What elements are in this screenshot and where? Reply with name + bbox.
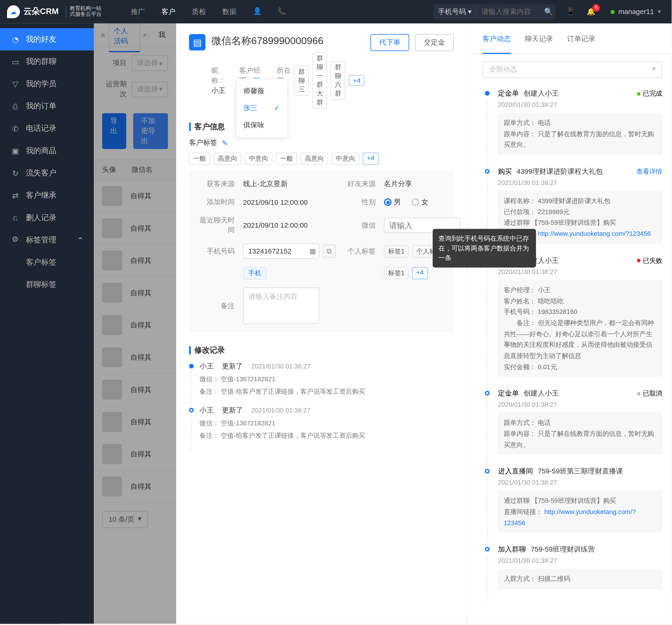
tag[interactable]: 中意向 bbox=[245, 152, 272, 165]
tag[interactable]: 高意向 bbox=[301, 152, 328, 165]
activity-filter-select[interactable]: 全部动态▾ bbox=[482, 61, 662, 78]
mgr-option[interactable]: 张三✓ bbox=[236, 99, 287, 116]
tag[interactable]: 高意向 bbox=[214, 152, 241, 165]
activity-tabs: 客户动态 聊天记录 订单记录 bbox=[473, 34, 672, 54]
panel-overlay[interactable] bbox=[94, 24, 176, 624]
activity-item: 定金单创建人小王已取消 2020/01/30 01:38:27 跟单方式： 电话… bbox=[485, 389, 662, 467]
activity-item: 报名单创建人小王已失败 2020/01/30 01:38:27 客户经理： 小王… bbox=[485, 256, 662, 389]
customer-tags: 一般 高意向 中意向 一般 高意向 中意向 +4 bbox=[189, 152, 454, 165]
gender-male[interactable]: 男 bbox=[384, 197, 401, 207]
bell-icon[interactable]: 🔔 bbox=[586, 8, 596, 16]
nav-promo[interactable]: 推广 bbox=[131, 7, 145, 17]
check-icon: ✓ bbox=[274, 104, 280, 112]
clock-icon: ◔ bbox=[10, 35, 20, 44]
mobile-icon[interactable]: 📱 bbox=[566, 8, 575, 16]
user-icon[interactable]: 👤 bbox=[253, 7, 261, 17]
top-nav: 推广 客户 质检 数据 👤 📞 bbox=[109, 7, 286, 17]
copy-icon[interactable]: ⧉ bbox=[323, 245, 336, 257]
box-icon: ▣ bbox=[10, 147, 20, 155]
detail-link[interactable]: 查看详情 bbox=[636, 167, 662, 176]
personal-tag-more[interactable]: +4 bbox=[412, 267, 428, 279]
side-lost[interactable]: ↻流失客户 bbox=[0, 162, 94, 184]
side-products[interactable]: ▣我的商品 bbox=[0, 140, 94, 162]
side-sub-group-tag[interactable]: 群聊标签 bbox=[0, 273, 94, 296]
manager-select[interactable]: 客户经理：张三 ▴ 师馨薇 张三✓ 俱保咏 bbox=[239, 66, 266, 95]
contact-icon: ▤ bbox=[189, 34, 205, 50]
source-value: 线上-北京昱新 bbox=[243, 179, 336, 189]
customer-title: 微信名称6789990000966 bbox=[211, 34, 365, 48]
activity-item: 定金单创建人小王已完成 2020/01/30 01:38:27 跟单方式： 电话… bbox=[485, 89, 662, 167]
chevron-up-icon: ⌃ bbox=[77, 235, 83, 244]
personal-tag[interactable]: 标签1 bbox=[384, 267, 409, 279]
group-tag[interactable]: 群聊六群 bbox=[331, 61, 345, 100]
activity-panel: 客户动态 聊天记录 订单记录 全部动态▾ 定金单创建人小王已完成 2020/01… bbox=[467, 24, 672, 624]
mgr-option[interactable]: 师馨薇 bbox=[236, 82, 287, 99]
side-groups[interactable]: ▭我的群聊 bbox=[0, 50, 94, 73]
tag[interactable]: 中意向 bbox=[332, 152, 359, 165]
deposit-button[interactable]: 交定金 bbox=[415, 34, 454, 51]
manager-dropdown: 师馨薇 张三✓ 俱保咏 bbox=[236, 78, 287, 138]
personal-tag[interactable]: 标签1 bbox=[384, 245, 409, 257]
tag[interactable]: 一般 bbox=[189, 152, 210, 165]
side-tags[interactable]: ⚙标签管理⌃ bbox=[0, 229, 94, 251]
filter-icon: ▽ bbox=[10, 79, 20, 89]
side-deleted[interactable]: ⎌删人记录 bbox=[0, 207, 94, 229]
activity-item: 加入群聊759-59班理财训练营 2021/01/30 01:38:27 入群方… bbox=[485, 545, 662, 601]
flow-icon: ↻ bbox=[10, 169, 20, 177]
activity-tab[interactable]: 客户动态 bbox=[482, 34, 511, 54]
nav-data[interactable]: 数据 bbox=[222, 7, 236, 17]
detail-panel: ▤ 微信名称6789990000966 昵称：小王 客户经理：张三 ▴ 师馨薇 … bbox=[176, 24, 467, 624]
timeline-dot-icon bbox=[485, 547, 489, 552]
timeline-dot-icon bbox=[189, 408, 194, 412]
side-friends[interactable]: ◔我的好友 bbox=[0, 28, 94, 51]
order-icon: ⎙ bbox=[10, 102, 20, 111]
group-tag[interactable]: 群聊一群大群 bbox=[313, 52, 327, 109]
group-tag[interactable]: 群聊三 bbox=[294, 66, 309, 95]
trash-icon: ⎌ bbox=[10, 214, 20, 222]
user-menu[interactable]: manager11 ▾ bbox=[600, 8, 672, 16]
memo-input[interactable]: 请输入备注内容 bbox=[243, 288, 319, 324]
order-button[interactable]: 代下单 bbox=[370, 34, 409, 51]
top-search: 手机号码 ▾ 🔍 bbox=[433, 4, 556, 19]
contacts-icon[interactable]: ▦ bbox=[309, 247, 316, 255]
side-sub-customer-tag[interactable]: 客户标签 bbox=[0, 251, 94, 274]
timeline-dot-icon bbox=[485, 391, 489, 396]
inherit-icon: ⇄ bbox=[10, 191, 20, 200]
side-students[interactable]: ▽我的学员 bbox=[0, 73, 94, 95]
search-type-select[interactable]: 手机号码 ▾ bbox=[433, 7, 477, 17]
info-grid: 获客来源线上-北京昱新 好友来源名片分享 添加时间2021/09/10 12:0… bbox=[189, 171, 454, 332]
tag-more[interactable]: +4 bbox=[363, 152, 379, 165]
search-icon[interactable]: 🔍 bbox=[541, 8, 555, 16]
search-input[interactable] bbox=[477, 8, 542, 16]
chevron-down-icon: ▾ bbox=[652, 65, 656, 75]
activity-item: 进入直播间759-59班第三期理财直播课 2021/01/30 01:38:27… bbox=[485, 467, 662, 545]
activity-tab[interactable]: 订单记录 bbox=[567, 34, 595, 49]
nav-customer[interactable]: 客户 bbox=[162, 7, 175, 17]
list-panel: ≡ 个人活码 × 我 项目 请选择▾ 运营期次 请选择▾ 导出 不加密导出 头像… bbox=[94, 24, 176, 624]
timeline-dot-icon bbox=[189, 364, 194, 369]
side-calls[interactable]: ✆电话记录 bbox=[0, 117, 94, 140]
edit-icon[interactable]: ✎ bbox=[222, 139, 228, 147]
mgr-option[interactable]: 俱保咏 bbox=[236, 116, 287, 133]
side-orders[interactable]: ⎙我的订单 bbox=[0, 95, 94, 118]
chevron-down-icon: ▾ bbox=[657, 8, 661, 16]
topbar: ☁ 云朵CRM 教育机构一站式服务云平台 推广 客户 质检 数据 👤 📞 手机号… bbox=[0, 0, 672, 24]
log-item: 小王更新了2021/01/30 01:38:27 微信： 空值-13672182… bbox=[189, 405, 454, 450]
nav-qc[interactable]: 质检 bbox=[192, 7, 206, 17]
add-time-value: 2021/09/10 12:00:00 bbox=[243, 198, 336, 206]
activity-tab[interactable]: 聊天记录 bbox=[525, 34, 553, 49]
timeline-dot-icon bbox=[485, 169, 489, 174]
phone-input[interactable]: 13241672152 bbox=[243, 244, 319, 259]
phone-tag[interactable]: 手机 bbox=[243, 267, 267, 279]
call-icon: ✆ bbox=[10, 124, 20, 133]
timeline-dot-icon bbox=[485, 91, 489, 96]
group-more[interactable]: +4 bbox=[349, 75, 365, 85]
tag-icon: ⚙ bbox=[10, 234, 20, 245]
gender-female[interactable]: 女 bbox=[412, 197, 429, 207]
tag[interactable]: 一般 bbox=[276, 152, 297, 165]
side-inherit[interactable]: ⇄客户继承 bbox=[0, 184, 94, 207]
status-dot-icon bbox=[610, 10, 615, 14]
section-info-title: 客户信息 bbox=[189, 122, 454, 132]
tags-label: 客户标签 bbox=[189, 138, 217, 148]
phone-icon[interactable]: 📞 bbox=[278, 7, 286, 17]
